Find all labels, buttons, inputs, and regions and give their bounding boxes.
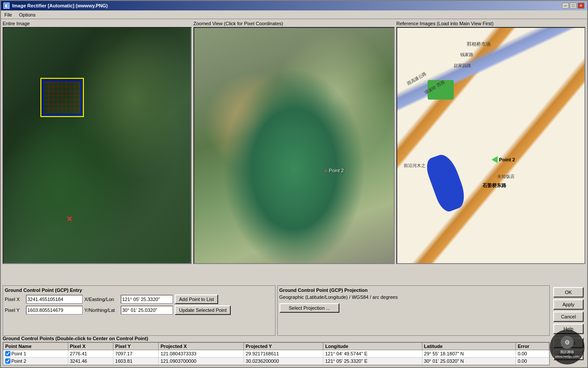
gcp-table-title: Ground Control Points (Double-click to C…	[3, 336, 550, 341]
cell-longitude-1: 121° 05' 25.3320" E	[323, 358, 422, 365]
col-header-pixely: Pixel Y	[113, 343, 159, 350]
left-panel-view[interactable]: ✕	[3, 27, 192, 264]
watermark: ⚙ 黑区网络 www.heiqu.com	[550, 330, 585, 365]
cell-pixelx-1: 3241.46	[68, 358, 113, 365]
title-bar-left: ◧ Image Rectifier [Automatic] (wwwwy.PNG…	[3, 3, 108, 9]
bottom-table-row: Ground Control Points (Double-click to C…	[1, 336, 587, 367]
projection-info: Geographic (Latitude/Longitude) / WGS84 …	[279, 294, 548, 300]
gcp-entry-box: Ground Control Point (GCP) Entry Pixel X…	[3, 285, 276, 336]
col-header-name: Point Name	[3, 343, 68, 350]
title-bar: ◧ Image Rectifier [Automatic] (wwwwy.PNG…	[1, 1, 587, 10]
row-checkbox-1[interactable]	[5, 358, 10, 364]
cell-latitude-1: 30° 01' 25.0320" N	[422, 358, 516, 365]
gcp-entry-title: Ground Control Point (GCP) Entry	[5, 288, 273, 293]
blue-road-overlay	[397, 28, 585, 263]
close-button[interactable]: ✕	[578, 3, 585, 9]
pixel-x-row: Pixel X X/Easting/Lon Add Point to List	[5, 294, 273, 304]
col-header-lon: Longitude	[323, 343, 422, 350]
watermark-site: 黑区网络	[560, 350, 574, 355]
col-header-error: Error	[516, 343, 549, 350]
pixel-y-row: Pixel Y Y/Northing/Lat Update Selected P…	[5, 305, 273, 315]
cell-name-1: Point 2	[3, 358, 68, 365]
menu-file[interactable]: File	[1, 11, 16, 18]
green-area	[428, 80, 454, 100]
x-easting-label: X/Easting/Lon	[84, 297, 119, 302]
bottom-row: Ground Control Point (GCP) Entry Pixel X…	[1, 285, 587, 367]
app-icon: ◧	[3, 3, 10, 9]
cell-pixely-0: 7097.17	[113, 350, 159, 358]
right-panel-view[interactable]: 郭相桥市场 钱家路 赵家园路 雨高速公路 谭家岭 西路 前沿河木之 未知饭店 石…	[396, 27, 585, 264]
add-point-button[interactable]: Add Point to List	[175, 294, 218, 304]
col-header-projy: Projected Y	[244, 343, 323, 350]
cell-latitude-0: 29° 55' 18.1807" N	[422, 350, 516, 358]
cancel-button[interactable]: Cancel	[553, 311, 584, 322]
ok-button[interactable]: OK	[553, 287, 584, 298]
table-row[interactable]: Point 1 2776.41 7097.17 121.0804373333 2…	[3, 350, 549, 358]
cross-marker-left: ✕	[66, 215, 72, 223]
cell-projy-0: 29.9217168611	[244, 350, 323, 358]
cell-name-0: Point 1	[3, 350, 68, 358]
left-satellite-image[interactable]: ✕	[3, 28, 191, 263]
satellite-bg	[3, 28, 191, 263]
gcp-projection-title: Ground Control Point (GCP) Projection	[279, 288, 548, 293]
left-panel-label: Entire Image	[3, 21, 192, 26]
cell-pixelx-0: 2776.41	[68, 350, 113, 358]
right-buttons-top: OK Apply Cancel Help	[551, 285, 585, 336]
watermark-url: www.heiqu.com	[555, 355, 579, 358]
title-bar-buttons: ─ □ ✕	[562, 3, 585, 9]
right-panel: Reference Images (Load into Main View Fi…	[396, 21, 585, 284]
row-checkbox-0[interactable]	[5, 351, 10, 356]
point2-center-marker: + Point 2	[324, 167, 344, 174]
gcp-table-wrapper: Point Name Pixel X Pixel Y Projected X P…	[3, 342, 550, 365]
menu-options[interactable]: Options	[16, 11, 39, 18]
cell-error-1: 0.00	[516, 358, 549, 365]
apply-button[interactable]: Apply	[553, 299, 584, 310]
table-row[interactable]: Point 2 3241.46 1603.81 121.0903700000 3…	[3, 358, 549, 365]
center-panel-label: Zoomed View (Click for Pixel Coordinates…	[193, 21, 395, 26]
cell-projx-1: 121.0903700000	[159, 358, 244, 365]
watermark-icon: ⚙	[561, 336, 574, 349]
center-panel-view[interactable]: + Point 2	[193, 27, 395, 264]
col-header-projx: Projected X	[159, 343, 244, 350]
center-panel: Zoomed View (Click for Pixel Coordinates…	[193, 21, 395, 284]
bottom-top: Ground Control Point (GCP) Entry Pixel X…	[1, 285, 587, 336]
coordinates-bar: 121.0760912247, 30.0144704629	[397, 263, 585, 264]
gcp-grid-overlay	[45, 82, 80, 113]
menu-bar: File Options	[1, 10, 587, 19]
pixel-x-input[interactable]	[26, 295, 83, 304]
right-panel-label: Reference Images (Load into Main View Fi…	[396, 21, 585, 26]
y-northing-label: Y/Northing/Lat	[84, 308, 119, 313]
table-header-row: Point Name Pixel X Pixel Y Projected X P…	[3, 343, 549, 350]
panels-row: Entire Image ✕ Zoomed View (Click for Pi…	[1, 19, 587, 285]
gcp-projection-box: Ground Control Point (GCP) Projection Ge…	[277, 285, 550, 336]
select-projection-button[interactable]: Select Projection ...	[279, 303, 340, 313]
pixel-y-label: Pixel Y	[5, 308, 24, 313]
pixel-x-label: Pixel X	[5, 297, 24, 302]
x-easting-input[interactable]	[121, 295, 173, 304]
cell-longitude-0: 121° 04' 49.5744" E	[323, 350, 422, 358]
main-window: ◧ Image Rectifier [Automatic] (wwwwy.PNG…	[0, 0, 588, 368]
gcp-entry-form: Pixel X X/Easting/Lon Add Point to List …	[5, 294, 273, 315]
minimize-button[interactable]: ─	[562, 3, 569, 9]
main-content: Entire Image ✕ Zoomed View (Click for Pi…	[1, 19, 587, 367]
table-container: Ground Control Points (Double-click to C…	[3, 336, 550, 365]
update-point-button[interactable]: Update Selected Point	[175, 305, 231, 315]
col-header-pixelx: Pixel X	[68, 343, 113, 350]
window-title: Image Rectifier [Automatic] (wwwwy.PNG)	[12, 3, 108, 8]
point2-crosshair: +	[324, 167, 328, 174]
center-satellite-image[interactable]: + Point 2	[194, 28, 394, 263]
reference-map[interactable]: 郭相桥市场 钱家路 赵家园路 雨高速公路 谭家岭 西路 前沿河木之 未知饭店 石…	[397, 28, 585, 263]
cell-pixely-1: 1603.81	[113, 358, 159, 365]
point2-center-label: Point 2	[329, 168, 344, 173]
maximize-button[interactable]: □	[570, 3, 577, 9]
cell-projx-0: 121.0804373333	[159, 350, 244, 358]
cell-error-0: 0.00	[516, 350, 549, 358]
cell-projy-1: 30.0236200000	[244, 358, 323, 365]
col-header-lat: Latitude	[422, 343, 516, 350]
center-sat-bg	[194, 28, 394, 263]
pixel-y-input[interactable]	[26, 306, 83, 314]
gcp-table: Point Name Pixel X Pixel Y Projected X P…	[3, 342, 549, 365]
left-panel: Entire Image ✕	[3, 21, 192, 284]
y-northing-input[interactable]	[121, 306, 173, 314]
